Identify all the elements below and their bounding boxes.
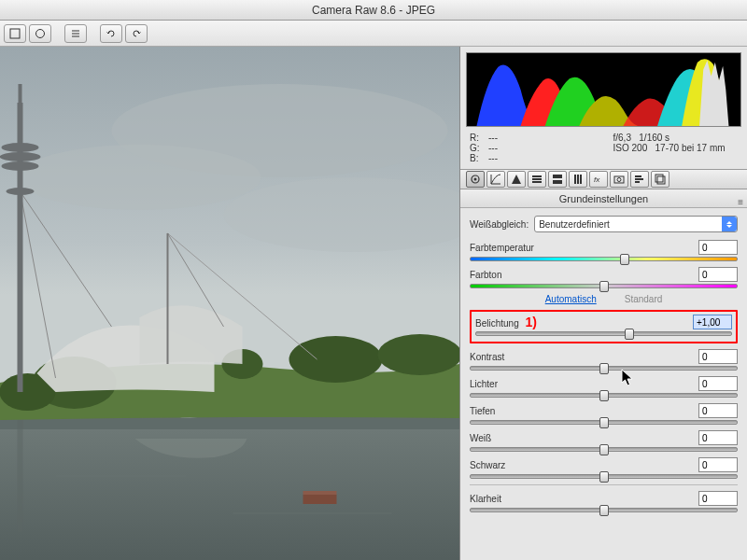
blacks-input[interactable] [698,457,738,472]
svg-rect-27 [18,420,23,532]
svg-rect-45 [580,175,582,184]
tool-rect-icon[interactable] [4,24,26,43]
svg-rect-28 [303,495,337,504]
svg-rect-44 [577,175,579,184]
shadows-input[interactable] [698,403,738,418]
panel-menu-icon[interactable]: ≡ [738,193,743,212]
svg-rect-38 [532,175,542,177]
highlights-input[interactable] [698,376,738,391]
contrast-slider[interactable]: Kontrast [470,349,738,371]
temperature-slider[interactable]: Farbtemperatur [470,240,738,261]
whites-input[interactable] [698,430,738,445]
tab-hsl-icon[interactable] [528,171,546,188]
panel-tabbar: fx [460,169,747,189]
svg-rect-42 [553,180,562,184]
svg-point-1 [36,29,45,37]
temperature-input[interactable] [698,240,738,255]
wb-select[interactable]: Benutzerdefiniert [534,216,738,232]
svg-point-21 [2,143,39,152]
svg-point-12 [289,336,383,383]
svg-point-48 [617,178,621,182]
svg-rect-40 [532,181,542,183]
auto-link[interactable]: Automatisch [545,294,597,304]
tool-rotate-cw-icon[interactable] [125,24,148,43]
svg-rect-29 [303,491,337,495]
svg-point-13 [378,334,460,375]
svg-text:fx: fx [594,175,600,184]
svg-rect-25 [19,84,22,107]
contrast-input[interactable] [698,349,738,364]
tab-split-icon[interactable] [548,171,567,188]
svg-rect-51 [635,181,640,183]
blacks-slider[interactable]: Schwarz [470,457,738,479]
exposure-input[interactable] [693,315,732,329]
tab-presets-icon[interactable] [630,171,649,188]
svg-point-7 [19,145,261,210]
basic-panel: Weißabgleich: Benutzerdefiniert Farbtemp… [460,208,747,560]
tool-list-icon[interactable] [64,24,87,43]
tool-circle-icon[interactable] [29,24,51,43]
tool-rotate-ccw-icon[interactable] [100,24,122,43]
tab-detail-icon[interactable] [507,171,526,188]
tab-fx-icon[interactable]: fx [589,171,608,188]
histogram[interactable] [466,52,741,127]
window-title: Camera Raw 8.6 - JPEG [0,0,747,21]
exposure-slider[interactable]: Belichtung 1) [475,315,732,336]
svg-point-35 [474,178,477,181]
svg-rect-49 [635,175,641,177]
svg-rect-52 [655,175,663,182]
svg-point-24 [7,188,35,195]
svg-rect-39 [532,178,542,180]
whites-slider[interactable]: Weiß [470,430,738,452]
svg-rect-53 [657,176,665,184]
tab-basic-icon[interactable] [466,171,485,188]
exposure-highlight: Belichtung 1) [470,310,738,343]
tab-curve-icon[interactable] [486,171,505,188]
svg-rect-50 [635,178,643,180]
top-toolbar [0,21,747,47]
clarity-input[interactable] [698,491,738,506]
image-preview[interactable] [0,47,460,560]
image-info: R:--- G:--- B:--- f/6,3 1/160 s ISO 200 … [460,129,747,169]
standard-link[interactable]: Standard [625,294,663,304]
wb-label: Weißabgleich: [470,219,529,230]
svg-point-22 [0,152,41,161]
tab-lens-icon[interactable] [569,171,587,188]
tab-snapshots-icon[interactable] [651,171,669,188]
svg-rect-41 [553,175,562,178]
panel-title: Grundeinstellungen ≡ [460,189,747,208]
tint-slider[interactable]: Farbton [470,267,738,288]
shadows-slider[interactable]: Tiefen [470,403,738,425]
annotation-1: 1) [525,315,536,329]
clarity-slider[interactable]: Klarheit [470,491,738,512]
svg-rect-43 [574,175,576,184]
svg-point-23 [2,161,39,171]
svg-rect-0 [10,29,20,38]
tint-input[interactable] [698,267,738,282]
tab-camera-icon[interactable] [610,171,628,188]
highlights-slider[interactable]: Lichter [470,376,738,398]
